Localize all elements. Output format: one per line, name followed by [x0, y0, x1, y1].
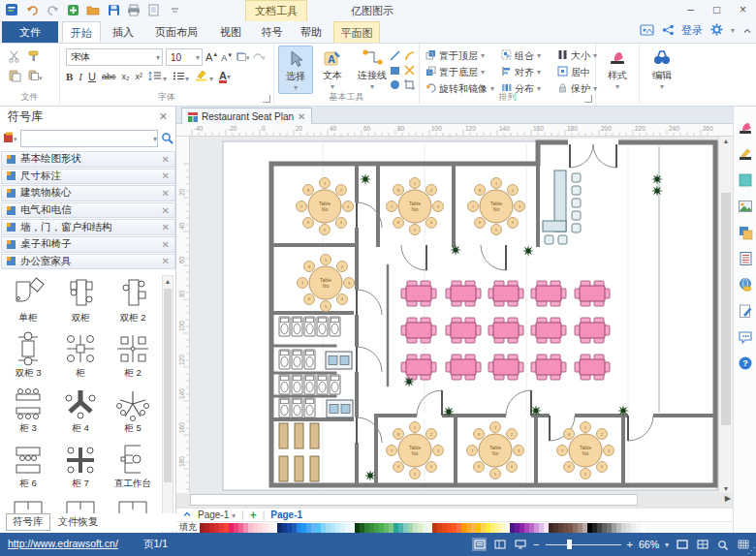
bar-counter[interactable]	[279, 423, 288, 448]
symbol-thumbnail[interactable]	[113, 441, 152, 478]
resize-grip[interactable]: ⋰	[747, 546, 755, 555]
toilet[interactable]	[292, 350, 302, 369]
symbol-柜[interactable]: 柜	[54, 330, 107, 386]
pencil-shape-icon[interactable]	[403, 64, 417, 77]
sidebar-category-基本绘图形状[interactable]: 基本绘图形状✕	[1, 151, 175, 168]
layers-icon[interactable]	[738, 225, 753, 240]
select-tool-button[interactable]: 选择▾	[278, 46, 313, 94]
search-icon[interactable]	[161, 132, 173, 146]
vertical-scrollbar[interactable]: ▲ ▼	[718, 137, 733, 493]
close-category-icon[interactable]: ✕	[162, 170, 170, 181]
close-panel-icon[interactable]: ✕	[159, 107, 168, 127]
toilet[interactable]	[304, 398, 315, 417]
open-folder-icon[interactable]	[85, 2, 101, 17]
share-icon[interactable]	[662, 24, 674, 38]
arrange-组合[interactable]: 组合▾	[501, 47, 557, 64]
library-menu-icon[interactable]: ▾	[3, 132, 17, 146]
arrange-置于顶层[interactable]: 置于顶层▾	[425, 47, 501, 64]
plant[interactable]	[617, 405, 629, 417]
toilet[interactable]	[317, 317, 328, 336]
underline-button[interactable]: U	[88, 71, 96, 82]
app-logo-icon[interactable]	[4, 2, 19, 17]
sidebar-category-尺寸标注[interactable]: 尺寸标注✕	[1, 169, 175, 185]
toilet[interactable]	[279, 317, 290, 336]
round-table[interactable]: 12345678TableNo	[467, 422, 524, 479]
round-table[interactable]: 12345678TableNo	[298, 255, 355, 312]
tab-开始[interactable]: 开始	[62, 21, 101, 43]
symbol-thumbnail[interactable]	[113, 330, 152, 367]
symbol-柜 3[interactable]: 柜 3	[2, 386, 54, 441]
symbol-柜 2[interactable]: 柜 2	[107, 330, 159, 386]
fill-swatch[interactable]	[641, 523, 646, 533]
format-painter-icon[interactable]	[27, 49, 48, 69]
close-category-icon[interactable]: ✕	[162, 239, 170, 250]
arrange-对齐[interactable]: 对齐▾	[501, 64, 557, 80]
add-page-button[interactable]: +	[250, 509, 257, 522]
connector-tool-button[interactable]: 连接线▾	[352, 46, 393, 97]
undo-icon[interactable]	[24, 2, 40, 17]
round-table[interactable]: 12345678TableNo	[297, 178, 354, 235]
rectangle-shape-icon[interactable]	[389, 64, 402, 77]
toilet[interactable]	[279, 350, 290, 369]
zoom-dropdown-icon[interactable]: ▾	[665, 541, 669, 549]
tab-file[interactable]: 文件	[2, 21, 58, 43]
toilet[interactable]	[292, 398, 302, 417]
symbol-单柜[interactable]: 单柜	[2, 275, 54, 330]
symbol-thumbnail[interactable]	[61, 386, 100, 422]
symbol-柜 4[interactable]: 柜 4	[54, 386, 107, 441]
bar-counter[interactable]	[295, 423, 303, 448]
close-category-icon[interactable]: ✕	[162, 222, 170, 232]
symbol-直工作台[interactable]: 直工作台	[107, 441, 159, 496]
arrange-置于底层[interactable]: 置于底层▾	[425, 64, 501, 80]
close-category-icon[interactable]: ✕	[162, 154, 170, 165]
subscript-button[interactable]: x₂	[121, 72, 129, 81]
zoom-level[interactable]: 66%	[639, 539, 659, 550]
line-shape-icon[interactable]	[389, 49, 402, 63]
symbol-双柜 2[interactable]: 双柜 2	[107, 275, 159, 330]
redo-icon[interactable]	[45, 2, 60, 17]
cut-icon[interactable]	[8, 49, 27, 69]
document-tab[interactable]: Restaurant Seat Plan ✕	[181, 108, 312, 125]
round-table[interactable]: 12345678TableNo	[557, 422, 614, 479]
collapse-ribbon-icon[interactable]	[742, 25, 752, 37]
edit-pen-icon[interactable]	[738, 146, 753, 162]
screenshot-icon[interactable]	[640, 24, 654, 38]
ellipse-shape-icon[interactable]	[389, 78, 402, 92]
tab-帮助[interactable]: 帮助	[293, 21, 330, 43]
symbol-双柜[interactable]: 双柜	[54, 275, 107, 330]
page-tab[interactable]: Page-1	[270, 510, 302, 520]
close-category-icon[interactable]: ✕	[162, 256, 170, 266]
scroll-right-icon[interactable]: ▶	[725, 494, 731, 503]
symbol-柜 6[interactable]: 柜 6	[2, 441, 54, 496]
plant[interactable]	[443, 406, 455, 417]
bullet-list-icon[interactable]: ▾	[173, 71, 189, 83]
vertical-scroll-thumb[interactable]	[721, 193, 731, 425]
page-view-button[interactable]	[492, 538, 507, 551]
presentation-view-button[interactable]	[513, 538, 527, 551]
font-size-select[interactable]: 10▾	[166, 48, 203, 66]
bar-counter[interactable]	[310, 423, 319, 448]
toilet[interactable]	[292, 317, 302, 336]
toilet[interactable]	[279, 398, 290, 417]
scroll-up-icon[interactable]: ▲	[163, 276, 173, 287]
web-icon[interactable]	[738, 277, 753, 293]
sink-counter[interactable]	[326, 352, 352, 369]
customize-qat-icon[interactable]	[167, 2, 182, 17]
zoom-slider-thumb[interactable]	[567, 540, 572, 549]
line-spacing-icon[interactable]: ▾	[148, 71, 167, 83]
save-icon[interactable]	[106, 2, 121, 17]
page-selector[interactable]: Page-1 ▾	[198, 510, 236, 520]
tab-符号[interactable]: 符号	[254, 21, 290, 43]
paste-icon[interactable]	[8, 69, 27, 88]
format-brush-icon[interactable]	[738, 120, 753, 136]
scroll-up-icon[interactable]: ▲	[719, 138, 733, 144]
zoom-area-icon[interactable]	[715, 538, 730, 551]
sidebar-category-墙，门，窗户和结构[interactable]: 墙，门，窗户和结构✕	[1, 219, 175, 235]
symbol-柜 7[interactable]: 柜 7	[54, 441, 107, 496]
tab-插入[interactable]: 插入	[105, 21, 142, 43]
zoom-slider[interactable]	[546, 538, 621, 551]
symbol-thumbnail[interactable]	[61, 275, 100, 312]
collapse-pagebar-icon[interactable]	[182, 510, 192, 520]
strikethrough-button[interactable]: abc	[102, 72, 116, 81]
horizontal-scrollbar[interactable]: ▶	[176, 493, 733, 508]
